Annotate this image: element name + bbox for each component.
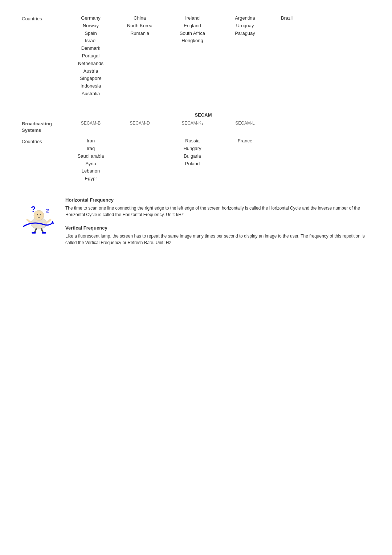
frequency-section: ? 2 Horizontal Frequency The time to sca… <box>22 197 370 253</box>
vertical-freq-text: Like a fluorescent lamp, the screen has … <box>65 233 370 246</box>
countries-section: Countries GermanyNorwaySpainIsraelDenmar… <box>22 15 370 98</box>
col3-countries: IrelandEnglandSouth AfricaHongkong <box>163 15 221 45</box>
broadcasting-label-spacer <box>22 112 65 118</box>
frequency-text-content: Horizontal Frequency The time to scan on… <box>65 197 370 253</box>
col1-countries: GermanyNorwaySpainIsraelDenmarkPortugalN… <box>65 15 116 98</box>
svg-text:?: ? <box>31 204 36 214</box>
col2-countries: ChinaNorth KoreaRumania <box>116 15 163 37</box>
svg-point-3 <box>40 214 41 215</box>
svg-marker-11 <box>51 221 54 224</box>
horizontal-freq-text: The time to scan one line connecting the… <box>65 205 370 218</box>
secam-k1-label: SECAM-K₁ <box>163 121 221 126</box>
secam-l-countries: France <box>221 137 269 145</box>
secam-section: SECAM BroadcastingSystems SECAM-B SECAM-… <box>22 112 370 183</box>
secam-countries-row: Countries IranIraqSaudi arabiaSyriaLeban… <box>22 137 370 183</box>
secam-d-label: SECAM-D <box>116 121 163 126</box>
secam-l-label: SECAM-L <box>221 121 269 126</box>
secam-subsystems-row: BroadcastingSystems SECAM-B SECAM-D SECA… <box>22 121 370 134</box>
countries-label: Countries <box>22 15 65 21</box>
secam-title-row: SECAM <box>22 112 370 118</box>
horizontal-freq-title: Horizontal Frequency <box>65 197 370 203</box>
svg-point-2 <box>37 214 38 215</box>
secam-title: SECAM <box>65 112 370 118</box>
secam-b-countries: IranIraqSaudi arabiaSyriaLebanonEgypt <box>65 137 116 183</box>
frequency-illustration-icon: ? 2 <box>22 201 56 234</box>
secam-b-label: SECAM-B <box>65 121 116 126</box>
secam-k1-countries: RussiaHungaryBulgariaPoland <box>163 137 221 167</box>
frequency-icon-container: ? 2 <box>22 201 58 235</box>
col4-countries: ArgentinaUruguayParaguay <box>221 15 269 37</box>
vertical-freq-title: Vertical Frequency <box>65 225 370 231</box>
svg-line-5 <box>27 220 31 223</box>
col5-countries: Brazil <box>269 15 305 22</box>
svg-text:2: 2 <box>46 208 49 214</box>
secam-countries-label: Countries <box>22 137 65 144</box>
broadcasting-systems-label: BroadcastingSystems <box>22 121 65 134</box>
svg-line-6 <box>47 220 50 223</box>
